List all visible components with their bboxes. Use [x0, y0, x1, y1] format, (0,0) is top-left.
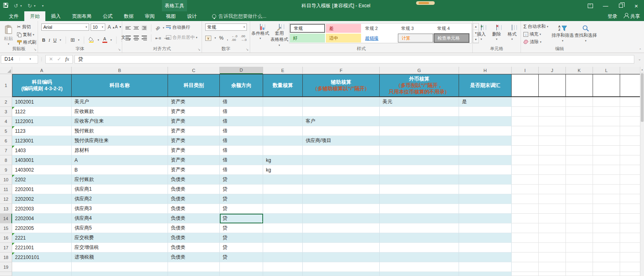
cell-D10[interactable]: 贷 [220, 175, 263, 185]
row-header-15[interactable]: 15 [0, 223, 12, 233]
percent-style-button[interactable]: % [219, 35, 224, 41]
cell-H2[interactable]: 是 [459, 97, 512, 107]
row-header-6[interactable]: 6 [0, 136, 12, 146]
cell-partial-2[interactable] [620, 97, 640, 107]
cell-E12[interactable] [263, 194, 303, 204]
cancel-entry-button[interactable]: ✕ [49, 56, 53, 62]
insert-function-button[interactable]: fx [65, 56, 69, 62]
cell-F9[interactable] [303, 165, 380, 175]
cell-D2[interactable]: 借 [220, 97, 263, 107]
cell-G17[interactable] [380, 243, 459, 253]
cell-J13[interactable] [539, 204, 566, 214]
cell-C14[interactable]: 负债类 [168, 214, 220, 223]
col-header-partial[interactable] [620, 67, 640, 74]
cell-B6[interactable]: 预付供应商往来 [72, 136, 168, 146]
cell-D9[interactable]: 借 [220, 165, 263, 175]
confirm-entry-button[interactable]: ✓ [57, 56, 61, 62]
cell-F6[interactable]: 供应商/项目 [303, 136, 380, 146]
cell-B11[interactable]: 供应商1 [72, 185, 168, 194]
cell-F12[interactable] [303, 194, 380, 204]
cell-C20-partial[interactable] [168, 272, 220, 276]
cell-F4[interactable]: 客户 [303, 117, 380, 126]
cell-E7[interactable] [263, 146, 303, 155]
cell-J17[interactable] [539, 243, 566, 253]
cell-E16[interactable] [263, 233, 303, 243]
row-header-2[interactable]: 2 [0, 97, 12, 107]
cell-K15[interactable] [566, 223, 593, 233]
cell-E20-partial[interactable] [263, 272, 303, 276]
cell-L12[interactable] [593, 194, 620, 204]
shrink-font-button[interactable]: A▼ [115, 25, 122, 29]
cell-A9[interactable]: 1403002 [12, 165, 72, 175]
header-cell-A1[interactable]: 科目编码(编码规则 4-3-2-2) [12, 74, 72, 97]
cell-A3[interactable]: 1122 [12, 107, 72, 117]
col-header-H[interactable]: H [459, 67, 512, 74]
underline-button[interactable]: U [53, 38, 57, 42]
cell-E14[interactable] [263, 214, 303, 223]
cell-L2[interactable] [593, 97, 620, 107]
fill-color-button[interactable] [89, 37, 94, 43]
cell-B10[interactable]: 应付账款 [72, 175, 168, 185]
cell-style-1[interactable]: 差 [326, 24, 361, 33]
cell-C7[interactable]: 资产类 [168, 146, 220, 155]
cell-A10[interactable]: 2202 [12, 175, 72, 185]
cell-J12[interactable] [539, 194, 566, 204]
decrease-decimal-button[interactable]: .00→.0 [240, 34, 247, 42]
cell-B15[interactable]: 供应商5 [72, 223, 168, 233]
cell-D19[interactable] [220, 262, 263, 272]
cell-K20-partial[interactable] [566, 272, 593, 276]
cell-B8[interactable]: A [72, 155, 168, 165]
cell-A8[interactable]: 1403001 [12, 155, 72, 165]
cell-B2[interactable]: 美元户 [72, 97, 168, 107]
undo-button[interactable]: ↺ [14, 3, 18, 9]
cell-L11[interactable] [593, 185, 620, 194]
tab-5[interactable]: 数据 [118, 11, 139, 21]
cell-C10[interactable]: 负债类 [168, 175, 220, 185]
cell-B18[interactable]: 进项税额 [72, 253, 168, 262]
cell-F3[interactable] [303, 107, 380, 117]
cell-J18[interactable] [539, 253, 566, 262]
cell-L7[interactable] [593, 146, 620, 155]
cell-H6[interactable] [459, 136, 512, 146]
cell-C17[interactable]: 负债类 [168, 243, 220, 253]
cell-partial-18[interactable] [620, 253, 640, 262]
cell-partial-13[interactable] [620, 204, 640, 214]
cell-K4[interactable] [566, 117, 593, 126]
cell-partial-3[interactable] [620, 107, 640, 117]
cell-E5[interactable] [263, 126, 303, 136]
cell-H13[interactable] [459, 204, 512, 214]
cell-E4[interactable] [263, 117, 303, 126]
cell-A6[interactable]: 1123001 [12, 136, 72, 146]
cell-A17[interactable]: 2221001 [12, 243, 72, 253]
cell-B17[interactable]: 应交增值税 [72, 243, 168, 253]
cell-K13[interactable] [566, 204, 593, 214]
paste-button[interactable]: 粘贴▾ [2, 23, 15, 46]
scroll-up-arrow[interactable]: ▲ [640, 67, 644, 72]
borders-button[interactable]: ⊞ [70, 37, 75, 43]
cell-E9[interactable]: kg [263, 165, 303, 175]
cell-A13[interactable]: 2202003 [12, 204, 72, 214]
cell-G9[interactable] [380, 165, 459, 175]
redo-button[interactable]: ↻ [28, 3, 32, 9]
cell-A15[interactable]: 2202005 [12, 223, 72, 233]
font-color-button[interactable]: A [102, 37, 107, 43]
format-painter-button[interactable]: 格式刷 [17, 39, 36, 45]
cell-K14[interactable] [566, 214, 593, 223]
cell-L14[interactable] [593, 214, 620, 223]
restore-button[interactable] [613, 0, 629, 11]
row-header-5[interactable]: 5 [0, 126, 12, 136]
alignment-dialog-launcher[interactable]: ↘ [198, 48, 200, 51]
col-header-C[interactable]: C [168, 67, 220, 74]
cell-D5[interactable]: 借 [220, 126, 263, 136]
cell-partial-1[interactable] [620, 74, 640, 97]
cell-partial-19[interactable] [620, 262, 640, 272]
cell-F10[interactable] [303, 175, 380, 185]
cell-G18[interactable] [380, 253, 459, 262]
cell-J14[interactable] [539, 214, 566, 223]
cell-partial-4[interactable] [620, 117, 640, 126]
font-size-combo[interactable]: 10▾ [91, 23, 105, 31]
cell-F11[interactable] [303, 185, 380, 194]
undo-dropdown[interactable]: ▾ [20, 4, 22, 8]
cell-E17[interactable] [263, 243, 303, 253]
cell-H20-partial[interactable] [459, 272, 512, 276]
